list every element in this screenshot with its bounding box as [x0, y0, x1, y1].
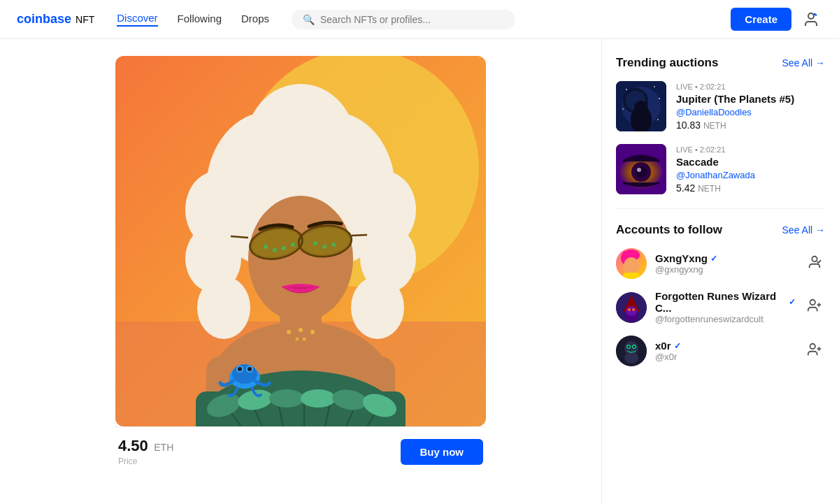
- account-item: x0r ✓ @x0r: [616, 336, 825, 366]
- svg-point-97: [810, 343, 815, 348]
- header-right: Create: [731, 8, 822, 31]
- svg-point-95: [628, 346, 630, 348]
- header: coinbase NFT Discover Following Drops 🔍 …: [0, 0, 839, 39]
- svg-point-12: [351, 276, 404, 339]
- trending-see-all[interactable]: See All →: [782, 57, 825, 69]
- nft-price: 4.50 ETH: [118, 437, 173, 455]
- svg-point-53: [248, 367, 252, 371]
- svg-point-68: [622, 108, 624, 110]
- svg-point-44: [291, 243, 295, 247]
- logo[interactable]: coinbase NFT: [17, 12, 94, 27]
- svg-point-43: [282, 246, 286, 250]
- svg-point-67: [659, 98, 660, 99]
- account-info: GxngYxng ✓ @gxngyxng: [655, 252, 796, 275]
- svg-point-66: [654, 86, 655, 87]
- nft-price-label: Price: [118, 456, 173, 466]
- account-item: GxngYxng ✓ @gxngyxng: [616, 248, 825, 279]
- auction-price: 5.42 NETH: [676, 182, 755, 194]
- auction-item[interactable]: LIVE • 2:02:21 Jupiter (The Planets #5) …: [616, 81, 825, 131]
- svg-point-52: [238, 367, 242, 371]
- auction-name: Saccade: [676, 156, 755, 168]
- auction-thumb-jupiter: [616, 81, 666, 131]
- svg-point-55: [299, 328, 303, 332]
- account-avatar-x0r: [616, 336, 647, 366]
- svg-point-85: [628, 308, 631, 311]
- verified-icon: ✓: [674, 341, 681, 351]
- svg-point-57: [296, 338, 299, 341]
- logo-nft: NFT: [76, 14, 94, 25]
- account-handle: @forgottenruneswizardcult: [655, 314, 796, 324]
- buy-now-button[interactable]: Buy now: [401, 439, 484, 465]
- svg-line-40: [352, 235, 367, 236]
- svg-point-96: [633, 346, 636, 348]
- svg-rect-79: [623, 273, 640, 279]
- nav-discover[interactable]: Discover: [117, 12, 157, 27]
- svg-point-73: [636, 166, 647, 178]
- svg-point-6: [245, 84, 357, 210]
- section-divider: [616, 208, 825, 209]
- search-bar: 🔍: [292, 10, 515, 29]
- nft-footer: 4.50 ETH Price Buy now: [115, 426, 486, 476]
- main-content: 4.50 ETH Price Buy now Trending auctions…: [0, 39, 839, 504]
- create-button[interactable]: Create: [731, 8, 791, 31]
- follow-button-forgotten[interactable]: [804, 295, 825, 319]
- main-nav: Discover Following Drops: [117, 12, 269, 27]
- auction-price: 10.83 NETH: [676, 120, 794, 131]
- verified-icon: ✓: [710, 254, 717, 264]
- account-info: Forgotten Runes Wizard C... ✓ @forgotten…: [655, 290, 796, 324]
- auction-item[interactable]: LIVE • 2:02:21 Saccade @JonathanZawada 5…: [616, 144, 825, 194]
- svg-point-41: [264, 245, 268, 249]
- trending-title: Trending auctions: [616, 56, 718, 70]
- svg-point-69: [657, 119, 659, 120]
- nft-price-currency: ETH: [154, 442, 173, 453]
- follow-button-x0r[interactable]: [804, 339, 825, 363]
- follow-button-gxng[interactable]: [804, 252, 825, 276]
- svg-point-84: [626, 306, 637, 316]
- account-avatar-gxng: [616, 248, 647, 279]
- trending-section-header: Trending auctions See All →: [616, 56, 825, 70]
- account-avatar-forgotten: [616, 292, 647, 323]
- auction-live: LIVE • 2:02:21: [676, 145, 755, 154]
- profile-icon[interactable]: [800, 8, 822, 31]
- svg-point-46: [322, 245, 327, 249]
- svg-point-0: [808, 13, 814, 19]
- accounts-section-header: Accounts to follow See All →: [616, 223, 825, 237]
- auction-thumb-saccade: [616, 144, 666, 194]
- svg-point-74: [637, 168, 641, 172]
- logo-text: coinbase: [17, 12, 71, 27]
- accounts-see-all[interactable]: See All →: [782, 224, 825, 236]
- nav-following[interactable]: Following: [178, 13, 222, 26]
- svg-point-87: [810, 300, 815, 305]
- search-input[interactable]: [320, 14, 504, 25]
- account-name: GxngYxng ✓: [655, 252, 796, 264]
- auction-creator: @JonathanZawada: [676, 170, 755, 180]
- svg-point-29: [301, 389, 336, 408]
- svg-point-65: [626, 89, 627, 90]
- svg-point-56: [310, 330, 315, 334]
- auction-creator: @DaniellaDoodles: [676, 107, 794, 117]
- account-handle: @gxngyxng: [655, 264, 796, 275]
- svg-point-28: [269, 389, 304, 408]
- auction-info: LIVE • 2:02:21 Jupiter (The Planets #5) …: [676, 82, 794, 131]
- svg-point-54: [287, 330, 291, 334]
- nft-price-area: 4.50 ETH Price: [118, 437, 173, 466]
- svg-point-42: [273, 248, 277, 252]
- svg-point-58: [303, 338, 306, 341]
- accounts-title: Accounts to follow: [616, 223, 722, 237]
- svg-point-64: [634, 101, 648, 115]
- svg-point-86: [632, 308, 635, 311]
- svg-point-80: [812, 256, 817, 261]
- account-name: Forgotten Runes Wizard C... ✓: [655, 290, 796, 314]
- auction-live: LIVE • 2:02:21: [676, 82, 794, 91]
- auction-info: LIVE • 2:02:21 Saccade @JonathanZawada 5…: [676, 145, 755, 194]
- sidebar: Trending auctions See All →: [601, 39, 839, 504]
- account-info: x0r ✓ @x0r: [655, 340, 796, 362]
- account-name: x0r ✓: [655, 340, 796, 352]
- nft-image: [115, 56, 486, 426]
- auction-name: Jupiter (The Planets #5): [676, 93, 794, 105]
- account-item: Forgotten Runes Wizard C... ✓ @forgotten…: [616, 290, 825, 324]
- content-area: 4.50 ETH Price Buy now: [0, 39, 601, 504]
- svg-point-47: [331, 243, 336, 247]
- nav-drops[interactable]: Drops: [241, 13, 269, 26]
- search-icon: 🔍: [303, 14, 315, 25]
